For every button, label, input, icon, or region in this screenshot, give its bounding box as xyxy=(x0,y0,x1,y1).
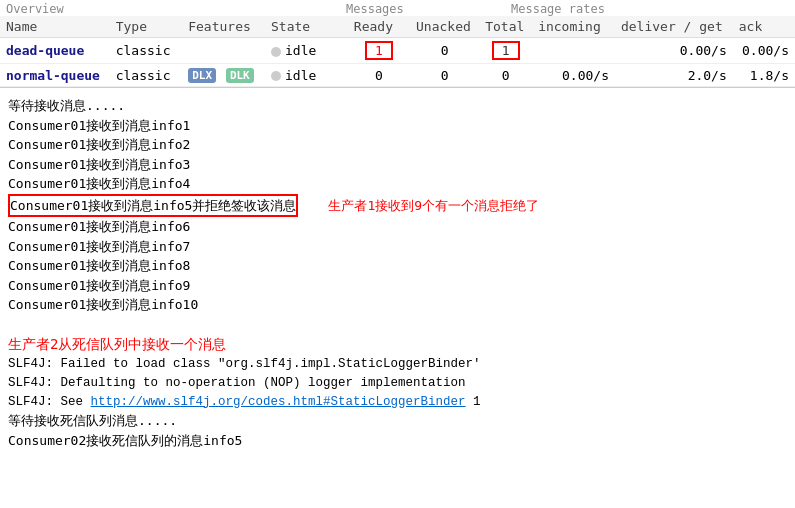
log-line-3: Consumer01接收到消息info3 xyxy=(8,155,787,175)
queue-deliver-cell: 2.0/s xyxy=(615,64,733,87)
queue-ready-cell: 0 xyxy=(348,64,410,87)
th-incoming: incoming xyxy=(532,16,615,38)
log-waiting-1: 等待接收消息..... xyxy=(8,96,787,116)
queue-features-cell: DLX DLK xyxy=(182,64,265,87)
queue-ack-cell: 1.8/s xyxy=(733,64,795,87)
th-unacked: Unacked xyxy=(410,16,479,38)
queue-type-cell: classic xyxy=(110,64,182,87)
producer-title: 生产者2从死信队列中接收一个消息 xyxy=(8,336,226,352)
table-row[interactable]: normal-queue classic DLX DLK idle 0 0 0 … xyxy=(0,64,795,87)
overview-label: Overview xyxy=(6,2,346,16)
th-deliver-get: deliver / get xyxy=(615,16,733,38)
log-line-2: Consumer01接收到消息info2 xyxy=(8,135,787,155)
th-features: Features xyxy=(182,16,265,38)
queue-ready-cell: 1 xyxy=(348,38,410,64)
queue-total-cell: 0 xyxy=(479,64,532,87)
message-rates-label: Message rates xyxy=(511,2,789,16)
state-label: idle xyxy=(285,68,316,83)
table-header-row: Name Type Features State Ready Unacked T… xyxy=(0,16,795,38)
queue-ack-cell: 0.00/s xyxy=(733,38,795,64)
queue-name-cell[interactable]: normal-queue xyxy=(0,64,110,87)
log-line-8: Consumer01接收到消息info8 xyxy=(8,256,787,276)
slf4j-link[interactable]: http://www.slf4j.org/codes.html#StaticLo… xyxy=(91,395,466,409)
rejected-row: Consumer01接收到消息info5并拒绝签收该消息 生产者1接收到9个有一… xyxy=(8,194,787,218)
queue-type-cell: classic xyxy=(110,38,182,64)
queue-incoming-cell xyxy=(532,38,615,64)
queue-name: normal-queue xyxy=(6,68,100,83)
queue-deliver-cell: 0.00/s xyxy=(615,38,733,64)
slf4j-line-1: SLF4J: Failed to load class "org.slf4j.i… xyxy=(8,355,787,374)
th-type: Type xyxy=(110,16,182,38)
state-label: idle xyxy=(285,43,316,58)
table-section: Overview Messages Message rates Name Typ… xyxy=(0,0,795,88)
queue-name-cell[interactable]: dead-queue xyxy=(0,38,110,64)
queue-name: dead-queue xyxy=(6,43,84,58)
th-state: State xyxy=(265,16,348,38)
th-ready: Ready xyxy=(348,16,410,38)
ready-value: 1 xyxy=(365,41,393,60)
queue-incoming-cell: 0.00/s xyxy=(532,64,615,87)
log-section: 等待接收消息..... Consumer01接收到消息info1 Consume… xyxy=(0,88,795,456)
log-line-9: Consumer01接收到消息info9 xyxy=(8,276,787,296)
section-group-labels: Overview Messages Message rates xyxy=(0,0,795,16)
log-consumer02: Consumer02接收死信队列的消息info5 xyxy=(8,431,787,451)
queue-total-cell: 1 xyxy=(479,38,532,64)
log-line-7: Consumer01接收到消息info7 xyxy=(8,237,787,257)
badge-dlx: DLX xyxy=(188,68,216,83)
log-waiting-2: 等待接收死信队列消息..... xyxy=(8,411,787,431)
slf4j-line-2: SLF4J: Defaulting to no-operation (NOP) … xyxy=(8,374,787,393)
th-ack: ack xyxy=(733,16,795,38)
table-row[interactable]: dead-queue classic idle 1 0 1 0.00/s 0.0… xyxy=(0,38,795,64)
slf4j-line-3: SLF4J: See http://www.slf4j.org/codes.ht… xyxy=(8,393,787,412)
queue-unacked-cell: 0 xyxy=(410,64,479,87)
state-dot xyxy=(271,71,281,81)
log-line-6: Consumer01接收到消息info6 xyxy=(8,217,787,237)
queue-features-cell xyxy=(182,38,265,64)
log-line-1: Consumer01接收到消息info1 xyxy=(8,116,787,136)
log-line-10: Consumer01接收到消息info10 xyxy=(8,295,787,315)
log-line-4: Consumer01接收到消息info4 xyxy=(8,174,787,194)
log-inner: 等待接收消息..... Consumer01接收到消息info1 Consume… xyxy=(8,96,787,450)
log-note: 生产者1接收到9个有一个消息拒绝了 xyxy=(328,196,539,216)
badge-dlk: DLK xyxy=(226,68,254,83)
messages-label: Messages xyxy=(346,2,511,16)
th-name: Name xyxy=(0,16,110,38)
log-rejected-line: Consumer01接收到消息info5并拒绝签收该消息 xyxy=(8,194,298,218)
queue-state-cell: idle xyxy=(265,38,348,64)
total-value: 1 xyxy=(492,41,520,60)
queue-table: Name Type Features State Ready Unacked T… xyxy=(0,16,795,87)
state-dot xyxy=(271,47,281,57)
th-total: Total xyxy=(479,16,532,38)
queue-state-cell: idle xyxy=(265,64,348,87)
queue-unacked-cell: 0 xyxy=(410,38,479,64)
